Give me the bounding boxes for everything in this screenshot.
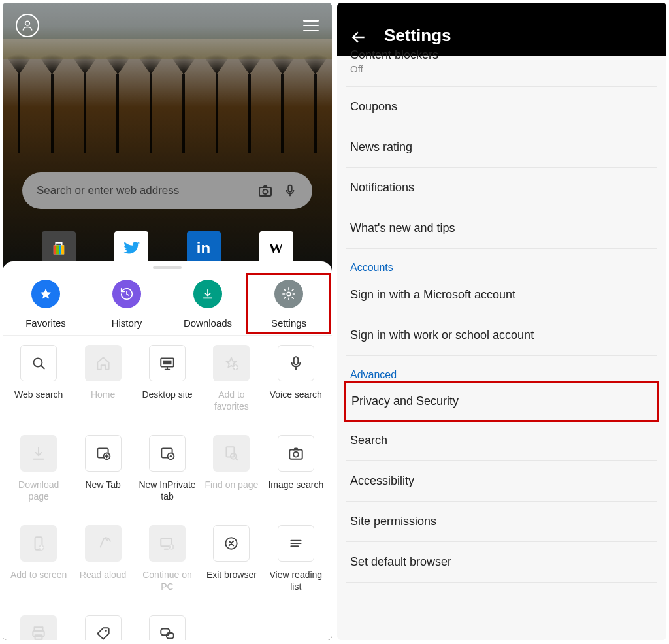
menu-add-screen: Add to screen [9,525,68,611]
svg-rect-6 [56,245,58,254]
back-button[interactable] [350,29,367,46]
home-icon [85,345,122,381]
section-header: Accounts [346,249,657,275]
svg-rect-33 [161,628,169,635]
menu-label: Home [91,389,115,413]
quick-downloads[interactable]: Downloads [169,280,246,329]
menu-label: Exit browser [206,570,257,593]
shortcut-twitter[interactable] [114,231,148,265]
quick-label: History [112,317,142,329]
tab-plus-icon [85,435,122,472]
menu-img-search[interactable]: Image search [267,435,325,521]
shortcut-linkedin[interactable]: in [187,231,221,265]
settings-row-sign-in-with-a-microsoft-account[interactable]: Sign in with a Microsoft account [346,275,657,315]
row-title: Notifications [350,181,653,195]
right-phone-screenshot: Settings Content blockersOffCouponsNews … [337,3,666,640]
row-title: Sign in with work or school account [350,329,653,342]
menu-label: Add to favorites [202,389,261,413]
settings-row-privacy-and-security[interactable]: Privacy and Security [344,381,659,422]
quick-settings[interactable]: Settings [250,280,327,329]
svg-point-19 [170,455,172,457]
menu-voice[interactable]: Voice search [267,345,325,431]
menu-read-aloud: Read aloud [74,525,133,611]
svg-rect-5 [53,245,56,254]
menu-web-search[interactable]: Web search [9,345,68,431]
quick-label: Favorites [25,317,66,329]
tag-icon [85,615,122,640]
svg-rect-7 [59,245,61,254]
svg-point-23 [293,452,299,457]
menu-icon[interactable] [303,20,319,31]
row-title: Search [350,434,653,447]
settings-row-news-rating[interactable]: News rating [346,127,657,168]
mic-icon[interactable] [282,183,298,199]
menu-label: Voice search [270,389,322,413]
menu-print: Print [9,615,68,640]
monitor-icon [149,345,186,381]
svg-point-32 [105,630,107,632]
menu-label: Continue on PC [138,570,197,593]
svg-rect-31 [35,635,42,639]
search-input[interactable]: Search or enter web address [22,172,312,209]
menu-label: Add to screen [10,570,67,593]
settings-row-coupons[interactable]: Coupons [346,87,657,127]
svg-rect-1 [259,187,271,196]
settings-row-content-blockers[interactable]: Content blockersOff [346,48,657,87]
menu-shopping[interactable]: Shopping [74,615,133,640]
menu-reading-list[interactable]: View reading list [267,525,325,611]
row-title: Set default browser [350,555,653,569]
svg-rect-12 [163,361,171,365]
svg-point-9 [287,292,291,296]
settings-list[interactable]: Content blockersOffCouponsNews ratingNot… [337,48,666,632]
menu-desktop-site[interactable]: Desktop site [138,345,197,431]
menu-label: Desktop site [142,389,192,413]
svg-rect-34 [167,633,174,639]
download-icon [20,435,57,472]
menu-label: Download page [9,479,68,503]
search-icon [20,345,57,381]
row-title: Coupons [350,100,653,114]
section-header: Advanced [346,356,657,382]
menu-find: Find on page [202,435,261,521]
svg-rect-8 [61,245,64,254]
star-plus-icon [213,345,250,381]
menu-sheet: Favorites History Downloads Settings Web… [3,261,332,640]
left-phone-screenshot: Search or enter web address in W Favorit… [3,3,332,640]
menu-label: Read aloud [80,570,127,593]
svg-rect-22 [289,450,302,459]
menu-label: Image search [268,479,323,503]
row-title: Accessibility [350,474,653,488]
row-title: Site permissions [350,515,653,528]
pc-arrow-icon [149,525,186,562]
menu-dl-page: Download page [9,435,68,521]
quick-history[interactable]: History [88,280,165,329]
menu-label: New Tab [85,479,120,503]
phone-plus-icon [20,525,57,562]
settings-row-sign-in-with-work-or-school-account[interactable]: Sign in with work or school account [346,315,657,356]
settings-row-accessibility[interactable]: Accessibility [346,461,657,502]
shortcut-store[interactable] [42,231,76,265]
svg-rect-14 [294,357,299,364]
quick-label: Downloads [184,317,232,329]
tab-private-icon [149,435,186,472]
quick-label: Settings [271,317,306,329]
settings-row-search[interactable]: Search [346,421,657,461]
gear-icon [274,280,303,308]
row-title: What's new and tips [350,221,653,235]
menu-send[interactable]: Send [138,615,197,640]
menu-exit[interactable]: Exit browser [202,525,261,611]
quick-favorites[interactable]: Favorites [7,280,84,329]
settings-row-site-permissions[interactable]: Site permissions [346,502,657,542]
settings-row-notifications[interactable]: Notifications [346,168,657,208]
settings-row-what-s-new-and-tips[interactable]: What's new and tips [346,208,657,249]
list-lines-icon [278,525,314,562]
menu-new-tab[interactable]: New Tab [74,435,133,521]
camera-icon[interactable] [257,183,273,199]
menu-inprivate[interactable]: New InPrivate tab [138,435,197,521]
settings-row-set-default-browser[interactable]: Set default browser [346,542,657,583]
profile-avatar[interactable] [16,14,39,37]
shortcut-wikipedia[interactable]: W [259,231,293,265]
row-title: Privacy and Security [351,394,653,408]
menu-label: Web search [14,389,63,413]
printer-icon [20,615,57,640]
